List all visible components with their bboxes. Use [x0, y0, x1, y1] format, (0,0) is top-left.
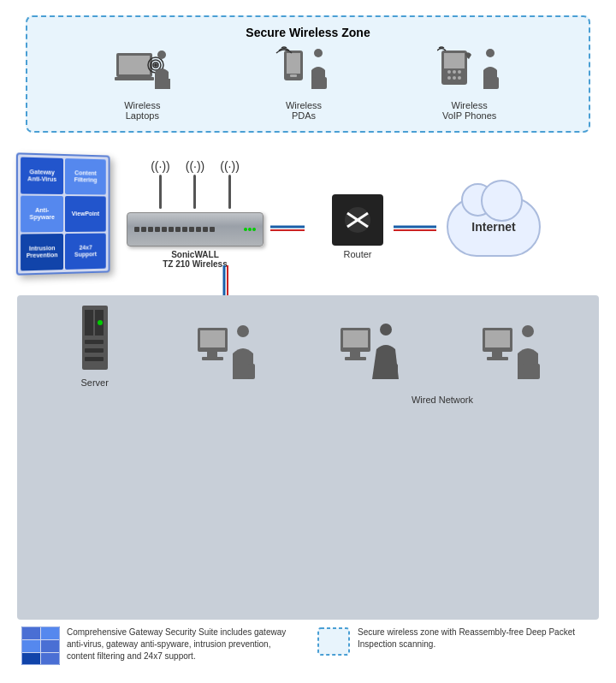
svg-rect-44 — [200, 330, 225, 347]
wireless-pdas-icons — [275, 46, 331, 93]
legend-dashed-box-icon — [317, 627, 351, 656]
wireless-pdas-label: WirelessPDAs — [286, 100, 322, 121]
router-label: Router — [343, 249, 371, 259]
middle-flex: GatewayAnti-Virus ContentFiltering Anti-… — [17, 133, 599, 295]
line-to-router — [270, 218, 322, 235]
svg-point-47 — [237, 325, 249, 337]
svg-rect-60 — [487, 357, 508, 360]
svg-rect-71 — [318, 628, 349, 655]
svg-rect-69 — [22, 653, 40, 664]
svg-rect-51 — [343, 330, 368, 347]
wireless-laptops-label: WirelessLaptops — [124, 100, 160, 121]
stick-3 — [228, 175, 231, 209]
svg-rect-46 — [202, 357, 223, 360]
legend-item-2: Secure wireless zone with Reassembly-fre… — [317, 627, 595, 659]
feature-intrusion: IntrusionPrevention — [21, 234, 63, 270]
svg-rect-67 — [22, 640, 40, 652]
internet-cloud: Internet — [447, 197, 541, 257]
svg-point-22 — [453, 76, 456, 80]
svg-rect-62 — [518, 364, 524, 379]
antenna-2: ((·)) — [186, 159, 205, 209]
workstation-2-group — [339, 319, 399, 388]
workstation-2-icon — [339, 319, 399, 388]
antenna-1: ((·)) — [151, 159, 170, 209]
feature-support: 24x7Support — [65, 234, 106, 270]
feature-content: ContentFiltering — [65, 158, 106, 194]
svg-rect-65 — [22, 627, 40, 639]
port-3 — [148, 227, 153, 232]
wireless-zone-title: Secure Wireless Zone — [44, 26, 572, 39]
firewall-lights — [244, 228, 256, 231]
port-5 — [162, 227, 167, 232]
legend-area: Comprehensive Gateway Security Suite inc… — [9, 620, 607, 674]
svg-rect-55 — [376, 364, 382, 379]
legend-icon-2 — [317, 627, 351, 659]
svg-rect-26 — [495, 77, 499, 89]
svg-point-21 — [447, 76, 451, 80]
svg-rect-68 — [41, 640, 59, 652]
svg-rect-15 — [323, 77, 327, 89]
legend-item-1: Comprehensive Gateway Security Suite inc… — [21, 627, 299, 668]
svg-rect-11 — [287, 53, 300, 74]
workstation-1-icon — [196, 319, 256, 388]
router-wrapper: Router — [332, 194, 383, 259]
feature-antispyware: Anti-Spyware — [21, 196, 63, 233]
wired-network-label: Wired Network — [412, 395, 473, 405]
server-icon — [75, 306, 114, 374]
svg-rect-58 — [485, 330, 510, 347]
firewall-group: ((·)) ((·)) ((·)) — [127, 159, 264, 269]
line-to-internet — [394, 218, 436, 235]
stick-2 — [193, 175, 196, 209]
svg-point-6 — [154, 63, 157, 67]
svg-point-42 — [98, 320, 103, 325]
legend-icon-1 — [21, 627, 60, 668]
light-2 — [248, 228, 252, 231]
port-12 — [210, 227, 215, 232]
signal-1: ((·)) — [151, 159, 170, 173]
svg-rect-49 — [248, 364, 255, 379]
port-8 — [182, 227, 187, 232]
svg-rect-70 — [41, 653, 59, 664]
port-10 — [196, 227, 201, 232]
laptop-icon — [115, 46, 170, 93]
server-group: Server — [75, 306, 114, 388]
svg-rect-25 — [483, 77, 488, 89]
main-container: Secure Wireless Zone — [0, 0, 616, 683]
port-4 — [155, 227, 160, 232]
legend-text-2: Secure wireless zone with Reassembly-fre… — [358, 627, 595, 650]
svg-point-13 — [314, 49, 323, 57]
port-2 — [141, 227, 146, 232]
port-1 — [134, 227, 139, 232]
svg-rect-2 — [115, 77, 154, 80]
wireless-voip-label: WirelessVoIP Phones — [442, 100, 496, 121]
svg-point-19 — [453, 70, 456, 74]
workstation-3-icon — [481, 319, 541, 388]
server-label: Server — [80, 377, 108, 388]
cloud-shape: Internet — [447, 197, 541, 257]
internet-label: Internet — [471, 220, 515, 234]
light-1 — [244, 228, 247, 231]
svg-rect-56 — [392, 364, 398, 379]
right-connections: Router Internet — [270, 194, 599, 259]
feature-antivirus: GatewayAnti-Virus — [21, 157, 63, 194]
svg-rect-40 — [85, 348, 104, 353]
workstation-1-group — [196, 319, 256, 388]
svg-rect-48 — [233, 364, 240, 379]
svg-rect-9 — [167, 79, 170, 89]
port-9 — [189, 227, 194, 232]
light-3 — [252, 228, 256, 231]
svg-point-61 — [522, 325, 534, 337]
svg-point-54 — [380, 324, 392, 336]
wireless-devices: WirelessLaptops — [44, 46, 572, 121]
svg-rect-12 — [290, 74, 297, 77]
svg-rect-53 — [345, 357, 366, 360]
wireless-voip-icons — [437, 46, 501, 93]
feature-box: GatewayAnti-Virus ContentFiltering Anti-… — [16, 152, 110, 275]
legend-feature-box-icon — [21, 627, 60, 665]
wireless-laptops-icons — [115, 46, 170, 93]
svg-rect-39 — [85, 340, 104, 344]
stick-1 — [159, 175, 162, 209]
workstation-3-group — [481, 319, 541, 388]
svg-point-20 — [458, 70, 461, 74]
svg-rect-17 — [444, 53, 465, 68]
